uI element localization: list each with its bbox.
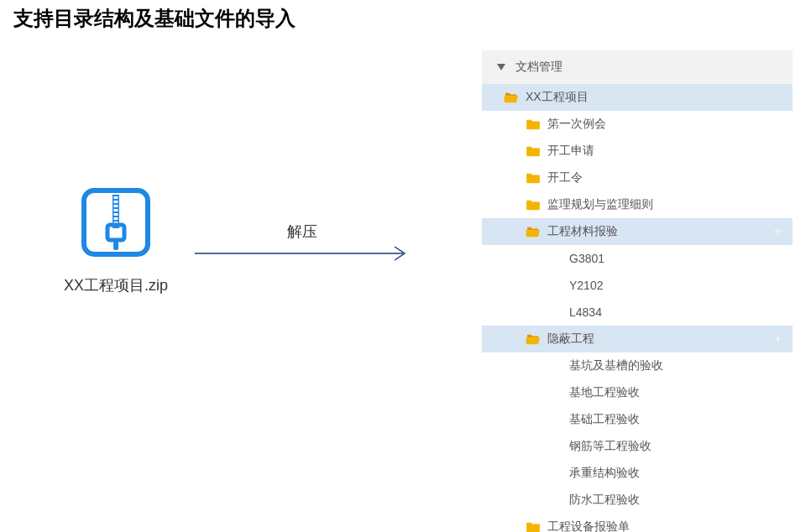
tree-file-label: 基坑及基槽的验收 bbox=[569, 358, 663, 373]
folder-icon bbox=[526, 118, 541, 130]
tree-file[interactable]: 钢筋等工程验收 bbox=[482, 433, 793, 460]
svg-rect-7 bbox=[114, 217, 118, 220]
tree-node-label: 开工申请 bbox=[547, 143, 594, 159]
tree-file-label: 基础工程验收 bbox=[569, 412, 640, 427]
svg-rect-10 bbox=[113, 240, 118, 250]
tree-file[interactable]: 基坑及基槽的验收 bbox=[482, 352, 793, 379]
tree-file[interactable]: 基地工程验收 bbox=[482, 379, 793, 406]
arrow-right-icon bbox=[193, 243, 411, 263]
plus-icon[interactable]: + bbox=[773, 331, 782, 348]
tree-node-label: 监理规划与监理细则 bbox=[547, 197, 653, 212]
folder-icon bbox=[526, 521, 541, 532]
tree-header[interactable]: 文档管理 bbox=[482, 50, 793, 84]
page-title: 支持目录结构及基础文件的导入 bbox=[13, 5, 296, 32]
tree-node[interactable]: 工程设备报验单 bbox=[482, 514, 793, 532]
tree-file[interactable]: G3801 bbox=[482, 245, 793, 272]
tree-node-label: 工程设备报验单 bbox=[547, 519, 630, 532]
tree-node[interactable]: 监理规划与监理细则 bbox=[482, 191, 793, 218]
tree-header-label: 文档管理 bbox=[515, 60, 562, 75]
tree-node[interactable]: 第一次例会 bbox=[482, 111, 793, 138]
tree-node[interactable]: 工程材料报验 + bbox=[482, 218, 793, 245]
tree-node[interactable]: 隐蔽工程 + bbox=[482, 326, 793, 352]
zip-icon bbox=[78, 185, 154, 263]
folder-open-icon bbox=[526, 333, 541, 345]
svg-rect-3 bbox=[114, 201, 118, 203]
folder-icon bbox=[526, 172, 541, 184]
svg-rect-4 bbox=[114, 205, 118, 207]
folder-open-icon bbox=[504, 91, 519, 103]
tree-file[interactable]: 基础工程验收 bbox=[482, 406, 793, 433]
tree-file-label: 承重结构验收 bbox=[569, 466, 640, 481]
document-tree-panel: 文档管理 XX工程项目 第一次例会 开工申请 开工令 监理规划与监理细则 工程材… bbox=[482, 50, 793, 532]
extract-label: 解压 bbox=[193, 222, 411, 242]
tree-node-label: 第一次例会 bbox=[547, 117, 606, 132]
tree-node-label: 隐蔽工程 bbox=[547, 331, 594, 347]
tree-node-label: 开工令 bbox=[547, 170, 583, 185]
extract-arrow-block: 解压 bbox=[193, 222, 411, 267]
tree-file[interactable]: 承重结构验收 bbox=[482, 460, 793, 487]
svg-rect-2 bbox=[114, 196, 118, 199]
tree-node[interactable]: 开工申请 bbox=[482, 138, 793, 164]
chevron-down-icon bbox=[497, 64, 505, 70]
tree-node-label: 工程材料报验 bbox=[547, 224, 618, 239]
tree-file-label: G3801 bbox=[569, 252, 604, 265]
zip-filename: XX工程项目.zip bbox=[49, 275, 183, 295]
tree-file-label: Y2102 bbox=[569, 279, 603, 292]
folder-icon bbox=[526, 199, 541, 211]
folder-icon bbox=[526, 145, 541, 157]
tree-node[interactable]: 开工令 bbox=[482, 164, 793, 191]
plus-icon[interactable]: + bbox=[773, 223, 782, 241]
tree-file-label: 基地工程验收 bbox=[569, 385, 640, 400]
folder-open-icon bbox=[526, 226, 541, 237]
tree-file-label: 钢筋等工程验收 bbox=[569, 439, 651, 454]
tree-file-label: L4834 bbox=[569, 305, 602, 319]
tree-body: XX工程项目 第一次例会 开工申请 开工令 监理规划与监理细则 工程材料报验 +… bbox=[482, 84, 793, 532]
tree-file[interactable]: L4834 bbox=[482, 299, 793, 326]
tree-file-label: 防水工程验收 bbox=[569, 493, 640, 508]
svg-rect-6 bbox=[114, 213, 118, 216]
zip-file-block: XX工程项目.zip bbox=[49, 185, 183, 295]
tree-node-label: XX工程项目 bbox=[526, 90, 589, 105]
tree-node-root[interactable]: XX工程项目 bbox=[482, 84, 793, 111]
svg-rect-5 bbox=[114, 209, 118, 211]
tree-file[interactable]: 防水工程验收 bbox=[482, 487, 793, 514]
tree-file[interactable]: Y2102 bbox=[482, 272, 793, 299]
